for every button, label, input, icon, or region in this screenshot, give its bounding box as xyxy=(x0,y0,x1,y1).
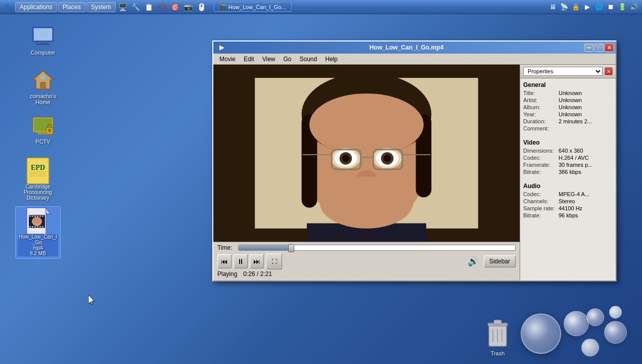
player-titlebar-buttons: — □ ✕ xyxy=(584,43,614,52)
svg-rect-3 xyxy=(36,43,50,45)
svg-rect-24 xyxy=(29,215,31,217)
sidebar-header: Properties ✕ xyxy=(520,65,616,78)
taskbar-icon-4[interactable]: ⬡ xyxy=(157,2,167,12)
desktop-icon-computer[interactable]: Computer xyxy=(20,22,66,58)
taskbar-icon-lock[interactable]: 🔒 xyxy=(571,2,581,12)
buttons-row: ⏮ ⏸ ⏭ ⛶ 🔊 Sidebar xyxy=(217,253,516,269)
prop-abitrate-row: Bitrate: 96 kbps xyxy=(520,212,616,219)
sidebar-close-button[interactable]: ✕ xyxy=(605,67,613,75)
acodec-key: Codec: xyxy=(523,191,559,197)
title-value: Unknown xyxy=(559,90,613,96)
home-label: comacho's Home xyxy=(22,93,64,105)
duration-value: 2 minutes 2... xyxy=(559,118,613,124)
abitrate-value: 96 kbps xyxy=(559,212,613,218)
svg-rect-32 xyxy=(34,226,36,228)
vcodec-key: Codec: xyxy=(523,155,559,161)
prop-year-row: Year: Unknown xyxy=(520,111,616,118)
samplerate-value: 44100 Hz xyxy=(559,205,613,211)
svg-point-45 xyxy=(309,94,424,156)
taskbar-icon-6[interactable]: 📷 xyxy=(184,2,194,12)
prop-album-row: Album: Unknown xyxy=(520,104,616,111)
menu-go[interactable]: Go xyxy=(280,55,296,64)
taskbar-icon-5[interactable]: 🎯 xyxy=(170,2,180,12)
taskbar-icon-network[interactable]: 🌐 xyxy=(594,2,604,12)
desktop-icon-pctv[interactable]: PCTV xyxy=(20,111,66,147)
desktop-icon-epd[interactable]: EPD CambridgePronouncing Dictionary xyxy=(15,157,61,203)
taskbar-window-icon: 🎬 xyxy=(219,4,226,10)
menu-edit[interactable]: Edit xyxy=(240,55,258,64)
properties-sidebar: Properties ✕ General Title: Unknown Arti… xyxy=(520,65,616,281)
audio-section-title: Audio xyxy=(520,179,616,191)
player-close-btn[interactable]: ✕ xyxy=(605,43,614,52)
svg-rect-35 xyxy=(42,226,43,228)
sidebar-toggle-button[interactable]: Sidebar xyxy=(484,255,516,267)
svg-rect-64 xyxy=(494,320,501,324)
video-section-title: Video xyxy=(520,136,616,147)
artist-value: Unknown xyxy=(559,97,613,103)
taskbar-applications-menu[interactable]: Applications xyxy=(15,2,57,12)
progress-thumb[interactable] xyxy=(288,244,294,252)
status-row: Playing 0:26 / 2:21 xyxy=(217,269,516,279)
trash-icon-container[interactable]: Trash xyxy=(484,315,512,356)
decorative-circle-small1 xyxy=(586,308,604,326)
taskbar-icon-volume[interactable]: 🔊 xyxy=(629,2,639,12)
taskbar-gnome-icon[interactable]: 🐾 xyxy=(3,2,13,12)
taskbar-icon-rss[interactable]: 📡 xyxy=(559,2,569,12)
title-key: Title: xyxy=(523,90,559,96)
prev-button[interactable]: ⏮ xyxy=(217,254,232,268)
album-key: Album: xyxy=(523,104,559,110)
decorative-circle-tiny xyxy=(609,306,622,318)
desktop-icon-home[interactable]: comacho's Home xyxy=(20,66,66,107)
svg-point-53 xyxy=(384,155,391,162)
taskbar-icon-battery[interactable]: 🔋 xyxy=(617,2,627,12)
home-icon xyxy=(31,68,55,92)
prop-duration-row: Duration: 2 minutes 2... xyxy=(520,118,616,125)
vbitrate-key: Bitrate: xyxy=(523,169,559,175)
taskbar-places-menu[interactable]: Places xyxy=(58,2,85,12)
trash-label: Trash xyxy=(491,350,505,356)
svg-marker-20 xyxy=(46,208,50,214)
svg-point-37 xyxy=(33,217,41,224)
svg-point-61 xyxy=(320,176,414,229)
fullscreen-button[interactable]: ⛶ xyxy=(266,253,282,269)
player-maximize-btn[interactable]: □ xyxy=(594,43,604,52)
player-minimize-btn[interactable]: — xyxy=(584,43,593,52)
svg-point-49 xyxy=(342,155,349,162)
taskbar-icon-stop[interactable]: ⏹ xyxy=(606,2,616,12)
taskbar-window-button[interactable]: 🎬 How_Low_Can_I_Go... xyxy=(214,2,292,12)
taskbar-icon-7[interactable]: 🖱️ xyxy=(197,2,207,12)
taskbar-system-menu[interactable]: System xyxy=(86,2,116,12)
menu-sound[interactable]: Sound xyxy=(296,55,322,64)
prop-artist-row: Artist: Unknown xyxy=(520,97,616,104)
video-frame[interactable] xyxy=(213,65,520,242)
prop-vbitrate-row: Bitrate: 386 kbps xyxy=(520,168,616,175)
comment-key: Comment: xyxy=(523,125,559,131)
decorative-circles-area: Trash xyxy=(484,301,632,356)
menu-help[interactable]: Help xyxy=(321,55,342,64)
taskbar-window-label: How_Low_Can_I_Go... xyxy=(228,4,286,10)
menu-view[interactable]: View xyxy=(258,55,280,64)
svg-rect-30 xyxy=(29,226,31,228)
menu-movie[interactable]: Movie xyxy=(215,55,240,64)
svg-rect-28 xyxy=(39,215,41,217)
taskbar-icon-3[interactable]: 📋 xyxy=(144,2,154,12)
taskbar-apps-area: 🐾 Applications Places System 🖥️ 🔧 📋 ⬡ 🎯 … xyxy=(0,2,210,12)
taskbar-icon-display[interactable]: 🖥 xyxy=(547,2,558,12)
prop-channels-row: Channels: Stereo xyxy=(520,198,616,205)
taskbar-icon-1[interactable]: 🖥️ xyxy=(118,2,128,12)
taskbar-icon-2[interactable]: 🔧 xyxy=(131,2,141,12)
pause-button[interactable]: ⏸ xyxy=(234,254,248,268)
next-button[interactable]: ⏭ xyxy=(250,254,264,268)
progress-bar[interactable] xyxy=(238,245,516,251)
svg-rect-34 xyxy=(39,226,41,228)
time-row: Time: xyxy=(217,244,516,251)
properties-dropdown[interactable]: Properties xyxy=(523,67,603,76)
svg-rect-25 xyxy=(32,215,33,217)
progress-fill xyxy=(239,245,291,250)
prop-samplerate-row: Sample rate: 44100 Hz xyxy=(520,205,616,212)
desktop-icon-video-file[interactable]: How_Low_Can_I_Go.mp48.2 MB xyxy=(15,206,61,259)
player-menubar: Movie Edit View Go Sound Help xyxy=(213,54,616,65)
taskbar-icon-play-indicator[interactable]: ▶ xyxy=(582,2,592,12)
album-value: Unknown xyxy=(559,104,613,110)
volume-icon[interactable]: 🔊 xyxy=(468,256,479,267)
